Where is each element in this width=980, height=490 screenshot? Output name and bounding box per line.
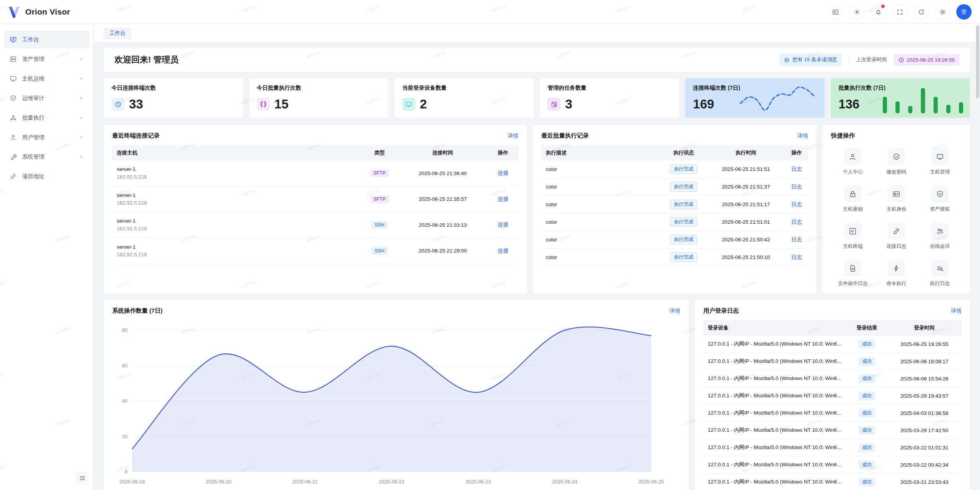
recent-connections-title: 最近终端连接记录 bbox=[112, 132, 160, 140]
connect-link[interactable]: 连接 bbox=[498, 221, 508, 228]
sidebar-item-assets[interactable]: 资产管理 bbox=[4, 50, 90, 68]
log-link[interactable]: 日志 bbox=[791, 236, 802, 243]
quick-action-host-management[interactable]: 主机管理 bbox=[918, 148, 962, 175]
quick-action-host-identity[interactable]: 主机身份 bbox=[875, 185, 918, 213]
login-result-tag: 成功 bbox=[859, 392, 875, 400]
stat-label: 今日连接终端次数 bbox=[111, 84, 235, 92]
stat-card-managed-tasks: 管理的任务数量 3 bbox=[540, 78, 679, 118]
table-header: 登录设备 登录结果 登录时间 bbox=[703, 320, 962, 336]
sidebar-item-label: 项目地址 bbox=[22, 173, 44, 180]
refresh-button[interactable] bbox=[913, 4, 929, 20]
vertical-scrollbar[interactable] bbox=[976, 25, 979, 489]
exec-time: 2025-06-25 21:50:42 bbox=[707, 233, 785, 246]
quick-action-asset-authorization[interactable]: 资产授权 bbox=[918, 185, 962, 213]
table-row: color 执行完成 2025-06-25 21:51:37 日志 bbox=[541, 178, 808, 196]
login-logs-detail-link[interactable]: 详情 bbox=[951, 308, 962, 315]
link-icon bbox=[888, 223, 905, 239]
login-time: 2025-06-06 16:08:17 bbox=[887, 354, 962, 368]
markdown-code-button[interactable] bbox=[828, 4, 843, 20]
asset-server-icon bbox=[10, 56, 17, 63]
stat-label: 管理的任务数量 bbox=[547, 84, 671, 92]
sidebar-item-batch-exec[interactable]: 批量执行 bbox=[4, 109, 90, 126]
quick-action-host-keys[interactable]: 主机密钥 bbox=[831, 185, 875, 213]
log-link[interactable]: 日志 bbox=[791, 166, 802, 172]
quick-action-file-operation-logs[interactable]: 文件操作日志 bbox=[831, 260, 875, 287]
sidebar-item-users[interactable]: 用户管理 bbox=[4, 128, 90, 146]
unread-messages-badge[interactable]: 您有 15 条未读消息 bbox=[779, 54, 842, 66]
quick-action-personal-center[interactable]: 个人中心 bbox=[831, 148, 875, 175]
quick-action-online-sessions[interactable]: 在线会话 bbox=[918, 223, 962, 250]
stat-value: 136 bbox=[838, 97, 859, 111]
stat-value: 15 bbox=[274, 97, 289, 111]
connect-link[interactable]: 连接 bbox=[498, 247, 508, 254]
quick-action-host-terminal[interactable]: 主机终端 bbox=[831, 223, 875, 250]
code-icon bbox=[832, 8, 839, 16]
task-calendar-icon bbox=[547, 98, 560, 111]
host-ip: 182.92.5.218 bbox=[117, 225, 357, 233]
svg-text:2025-06-19: 2025-06-19 bbox=[119, 479, 145, 485]
svg-text:2025-06-21: 2025-06-21 bbox=[292, 479, 318, 485]
recent-executions-detail-link[interactable]: 详情 bbox=[797, 133, 808, 139]
theme-toggle-button[interactable] bbox=[849, 4, 864, 20]
quick-action-command-execution[interactable]: 命令执行 bbox=[875, 260, 918, 287]
quick-action-change-password[interactable]: 修改密码 bbox=[875, 148, 918, 175]
bell-icon bbox=[875, 8, 882, 16]
breadcrumb-item-workbench[interactable]: 工作台 bbox=[104, 28, 131, 39]
log-link[interactable]: 日志 bbox=[791, 254, 802, 260]
ops-chart-detail-link[interactable]: 详情 bbox=[670, 308, 680, 315]
menu-fold-icon bbox=[79, 475, 86, 482]
log-link[interactable]: 日志 bbox=[791, 201, 802, 207]
quick-action-connection-logs[interactable]: 连接日志 bbox=[875, 223, 918, 250]
svg-text:40: 40 bbox=[122, 398, 127, 404]
host-ip: 182.92.5.218 bbox=[117, 199, 357, 207]
quick-action-label: 连接日志 bbox=[886, 243, 906, 250]
stat-card-batch-7d: 批量执行次数 (7日) 136 bbox=[831, 78, 970, 118]
connect-link[interactable]: 连接 bbox=[498, 170, 508, 176]
svg-text:0: 0 bbox=[125, 469, 127, 475]
login-time: 2025-06-06 15:54:26 bbox=[887, 372, 962, 385]
host-ip: 182.92.5.218 bbox=[117, 173, 357, 181]
chevron-down-icon bbox=[78, 154, 84, 159]
quick-action-label: 执行日志 bbox=[930, 280, 950, 287]
welcome-banner: 欢迎回来! 管理员 您有 15 条未读消息 上次登录时间 2025-06-25 … bbox=[104, 48, 970, 72]
host-name: server-1 bbox=[117, 243, 357, 251]
stat-value: 33 bbox=[129, 97, 143, 111]
login-device: 127.0.0.1 - 内网IP - Mozilla/5.0 (Windows … bbox=[703, 457, 847, 472]
login-result-tag: 成功 bbox=[859, 409, 875, 418]
quick-actions-title: 快捷操作 bbox=[831, 132, 855, 140]
sidebar-nav: 工作台 资产管理 主机运维 运维审计 批量执行 bbox=[0, 24, 94, 490]
recent-executions-title: 最近批量执行记录 bbox=[541, 132, 589, 140]
login-logs-card: 用户登录日志 详情 登录设备 登录结果 登录时间 bbox=[695, 300, 970, 490]
quick-action-label: 在线会话 bbox=[930, 243, 950, 250]
sidebar-item-project-link[interactable]: 项目地址 bbox=[4, 167, 90, 185]
table-row: server-1 182.92.5.218 SSH 2025-06-25 21:… bbox=[112, 238, 518, 264]
login-device: 127.0.0.1 - 内网IP - Mozilla/5.0 (Windows … bbox=[703, 440, 847, 455]
users-icon bbox=[931, 223, 948, 239]
login-logs-title: 用户登录日志 bbox=[703, 307, 739, 315]
notifications-button[interactable] bbox=[871, 4, 886, 20]
log-link[interactable]: 日志 bbox=[791, 219, 802, 225]
host-monitor-icon bbox=[10, 75, 17, 82]
settings-button[interactable] bbox=[935, 4, 950, 20]
scrollbar-thumb[interactable] bbox=[976, 25, 979, 98]
log-link[interactable]: 日志 bbox=[791, 184, 802, 190]
last-login-time: 2025-06-25 19:26:55 bbox=[907, 57, 955, 63]
exec-description: color bbox=[541, 233, 661, 246]
svg-text:2025-06-20: 2025-06-20 bbox=[206, 479, 232, 485]
sidebar-collapse-button[interactable] bbox=[76, 472, 89, 485]
recent-connections-detail-link[interactable]: 详情 bbox=[508, 133, 518, 139]
quick-action-label: 主机终端 bbox=[843, 243, 863, 250]
breadcrumb: 工作台 bbox=[94, 24, 980, 42]
login-time: 2025-04-03 01:36:58 bbox=[887, 406, 962, 420]
user-avatar[interactable]: 管 bbox=[956, 4, 972, 20]
quick-action-execution-logs[interactable]: 执行日志 bbox=[918, 260, 962, 287]
table-row: 127.0.0.1 - 内网IP - Mozilla/5.0 (Windows … bbox=[703, 370, 962, 387]
quick-actions-card: 快捷操作 个人中心 修改密码 主机管理 bbox=[823, 125, 970, 294]
connect-link[interactable]: 连接 bbox=[498, 196, 508, 202]
sidebar-item-audit[interactable]: 运维审计 bbox=[4, 89, 90, 107]
sidebar-item-workbench[interactable]: 工作台 bbox=[4, 31, 90, 48]
sidebar-item-system[interactable]: 系统管理 bbox=[4, 148, 90, 166]
fullscreen-button[interactable] bbox=[892, 4, 907, 20]
table-row: server-1 182.92.5.218 SFTP 2025-06-25 21… bbox=[112, 187, 518, 213]
sidebar-item-host-ops[interactable]: 主机运维 bbox=[4, 70, 90, 87]
